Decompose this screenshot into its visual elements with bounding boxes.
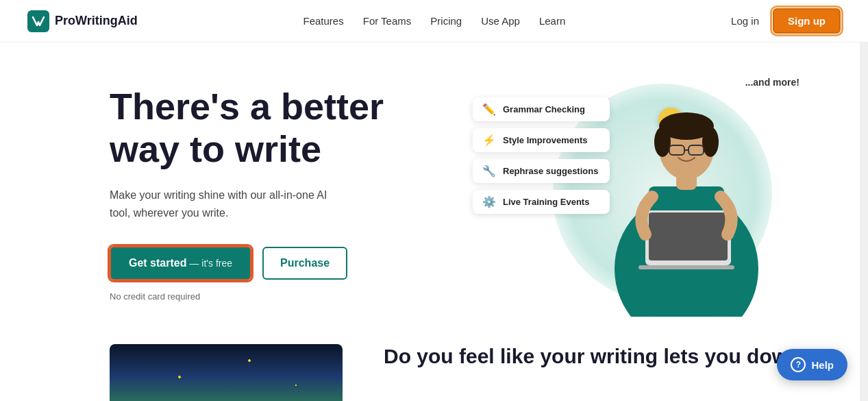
hero-section: There's a better way to write Make your … bbox=[0, 42, 868, 330]
rephrase-icon: 🔧 bbox=[482, 165, 496, 178]
help-icon: ? bbox=[791, 357, 806, 372]
nav-for-teams[interactable]: For Teams bbox=[363, 15, 412, 27]
nav-pricing[interactable]: Pricing bbox=[430, 15, 462, 27]
hero-buttons: Get started— it's free Purchase bbox=[110, 246, 452, 280]
starry-night-image bbox=[110, 344, 343, 401]
nav-actions: Log in Sign up bbox=[731, 8, 841, 34]
feature-cards: ✏️ Grammar Checking ⚡ Style Improvements… bbox=[473, 97, 610, 214]
person-illustration bbox=[608, 77, 765, 317]
bottom-question: Do you feel like your writing lets you d… bbox=[384, 344, 813, 369]
get-started-button[interactable]: Get started— it's free bbox=[110, 246, 251, 280]
scrollbar[interactable] bbox=[860, 0, 868, 401]
nav-learn[interactable]: Learn bbox=[539, 15, 565, 27]
logo-link[interactable]: ProWritingAid bbox=[27, 10, 138, 32]
signup-button[interactable]: Sign up bbox=[773, 8, 841, 34]
svg-point-10 bbox=[702, 127, 719, 157]
feature-card-training: ⚙️ Live Training Events bbox=[473, 190, 610, 214]
no-credit-text: No credit card required bbox=[110, 291, 452, 302]
nav-features[interactable]: Features bbox=[303, 15, 344, 27]
hero-title: There's a better way to write bbox=[110, 85, 452, 170]
style-icon: ⚡ bbox=[482, 134, 496, 147]
bottom-image bbox=[110, 344, 343, 401]
svg-point-9 bbox=[654, 127, 671, 157]
training-icon: ⚙️ bbox=[482, 195, 496, 208]
feature-card-grammar: ✏️ Grammar Checking bbox=[473, 97, 610, 121]
logo-icon bbox=[27, 10, 49, 32]
hero-right: ...and more! bbox=[452, 70, 813, 317]
bottom-section: Do you feel like your writing lets you d… bbox=[0, 330, 868, 401]
feature-card-style: ⚡ Style Improvements bbox=[473, 128, 610, 152]
help-button[interactable]: ? Help bbox=[777, 349, 847, 380]
logo-text: ProWritingAid bbox=[55, 14, 138, 28]
feature-card-rephrase: 🔧 Rephrase suggestions bbox=[473, 159, 610, 183]
grammar-icon: ✏️ bbox=[482, 103, 496, 116]
svg-rect-4 bbox=[649, 212, 728, 260]
hero-subtitle: Make your writing shine with our all-in-… bbox=[110, 186, 349, 221]
bottom-text: Do you feel like your writing lets you d… bbox=[384, 344, 813, 369]
nav-use-app[interactable]: Use App bbox=[481, 15, 520, 27]
navigation: ProWritingAid Features For Teams Pricing… bbox=[0, 0, 868, 42]
hero-left: There's a better way to write Make your … bbox=[110, 85, 452, 302]
svg-rect-5 bbox=[638, 265, 734, 269]
login-link[interactable]: Log in bbox=[731, 15, 759, 27]
purchase-button[interactable]: Purchase bbox=[262, 247, 347, 280]
nav-links: Features For Teams Pricing Use App Learn bbox=[303, 15, 566, 27]
